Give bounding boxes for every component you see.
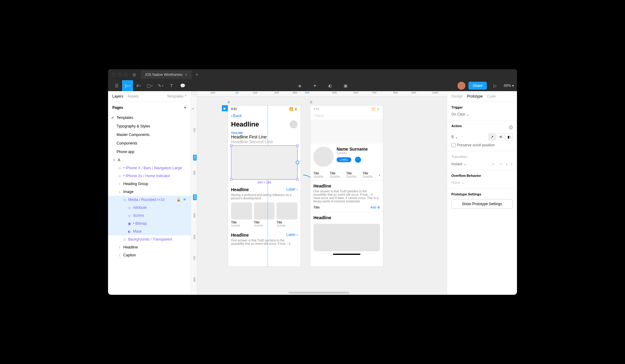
selection-handle[interactable] <box>230 145 232 147</box>
card[interactable]: TitleSubtitle <box>254 202 275 227</box>
close-tab-icon[interactable]: × <box>185 72 187 77</box>
text-tool[interactable]: T <box>166 80 177 91</box>
group-icon: ⁞ <box>118 182 121 186</box>
chevron-right-icon[interactable]: › <box>379 173 380 177</box>
prototype-settings-section: Prototype Settings Show Prototype Settin… <box>447 189 517 212</box>
present-icon[interactable]: ▷ <box>490 80 501 91</box>
info-icon[interactable]: ⓘ <box>509 125 513 130</box>
maximize-dot[interactable] <box>124 73 128 77</box>
add-page-button[interactable]: + <box>184 105 186 110</box>
navigate-icon[interactable]: ↗ <box>488 133 496 141</box>
canvas[interactable]: -100 16 100 200 300 359 500 600 700 800 … <box>191 91 447 295</box>
close-dot[interactable] <box>112 73 115 77</box>
profile-name: Name Surname <box>337 147 368 152</box>
card[interactable]: TitleSubtitle <box>276 202 298 227</box>
layer-item[interactable]: ⁞Image <box>108 188 191 196</box>
boolean-icon[interactable]: ▣ <box>340 80 351 91</box>
overlay-icon[interactable]: ◧ <box>505 133 513 141</box>
prototype-play-icon[interactable]: ▶ <box>222 105 228 111</box>
diamond-icon: ◇ <box>128 214 131 218</box>
layer-item[interactable]: ⁞Headline <box>108 243 191 251</box>
layer-frame[interactable]: #A <box>108 156 191 164</box>
label-link[interactable]: Label › <box>286 187 298 192</box>
shape-tool[interactable]: ▢▾ <box>144 80 155 91</box>
component-icon[interactable]: ✦ <box>309 80 320 91</box>
layer-item[interactable]: ◇Backgrounds / Transparent <box>108 235 191 243</box>
preserve-scroll-checkbox[interactable]: Preserve scroll position <box>451 143 513 147</box>
toolbar-right: Share ▷ 69% ▾ <box>457 80 514 91</box>
file-tab[interactable]: iOS Native Wireframes × <box>141 70 192 79</box>
swap-icon[interactable]: ⟲ <box>497 133 504 141</box>
move-tool[interactable]: ▷▾ <box>122 80 133 91</box>
layer-item[interactable]: ◇• iPhone X / Bars / Navigation Large <box>108 164 191 172</box>
tab-code[interactable]: Code <box>487 94 496 98</box>
label-pill[interactable]: LABEL <box>337 157 351 162</box>
layer-item-selected[interactable]: ◇Media / Rounded r=10🔓👁 <box>108 196 191 204</box>
transition-value[interactable]: Instant ⌄ <box>451 162 467 166</box>
frame-a[interactable]: ▶ 9:41📶 🔋 ‹Back Headline TAGLINE Headlin… <box>228 105 301 267</box>
status-bar: 9:41📶 🔋 <box>310 105 383 112</box>
layer-item[interactable]: ◇Attribute <box>108 204 191 212</box>
user-avatar[interactable] <box>457 82 465 90</box>
overflow-value[interactable]: None ⌄ <box>451 180 513 185</box>
frame-label[interactable]: B <box>310 100 383 104</box>
mask-icon[interactable]: ◐ <box>325 80 336 91</box>
arrow-right-icon[interactable]: → <box>499 162 503 166</box>
selection-box[interactable] <box>231 145 298 180</box>
layer-item[interactable]: ▣• Bitmap <box>108 219 191 227</box>
back-link[interactable]: ‹Back <box>231 113 298 118</box>
action-value[interactable]: B ⌄ <box>451 135 458 139</box>
section-headline: Headline <box>231 233 249 237</box>
page-item[interactable]: Components <box>108 139 191 148</box>
menu-icon[interactable]: ☰ <box>111 80 122 91</box>
mask-icon: ◐ <box>128 230 131 234</box>
tab-prototype[interactable]: Prototype <box>467 94 482 98</box>
selection-handle[interactable] <box>230 178 232 180</box>
pen-tool[interactable]: ✎▾ <box>155 80 166 91</box>
arrow-down-icon[interactable]: ↓ <box>506 162 508 166</box>
tab-design[interactable]: Design <box>451 94 463 98</box>
share-button[interactable]: Share <box>468 82 487 90</box>
diamond-icon: ◇ <box>123 237 126 241</box>
layer-item[interactable]: ⁞Caption <box>108 251 191 259</box>
section-body: One answer is that Truth pertains to the… <box>310 190 383 203</box>
frame-b[interactable]: 9:41📶 🔋 ‹Back Name Surname Subtitle <box>310 105 383 267</box>
home-icon[interactable]: ⊞ <box>132 72 136 77</box>
layer-item[interactable]: ◇Scrims <box>108 212 191 219</box>
selection-handle[interactable] <box>296 178 298 180</box>
comment-tool[interactable]: 💬 <box>177 80 188 91</box>
show-prototype-settings-button[interactable]: Show Prototype Settings <box>451 199 513 209</box>
card[interactable]: TitleSubtitle <box>231 202 252 227</box>
add-link[interactable]: Add ⊕ <box>370 205 380 209</box>
tab-layers[interactable]: Layers <box>112 94 123 98</box>
selection-handle[interactable] <box>296 145 298 147</box>
frame-tool[interactable]: #▾ <box>133 80 144 91</box>
left-panel: Layers Assets Templates ^ Pages + Templa… <box>108 91 191 295</box>
templates-dropdown[interactable]: Templates ^ <box>167 94 186 98</box>
minimize-dot[interactable] <box>118 73 121 77</box>
layer-item[interactable]: ◇• iPhone Xs / Home Indicator <box>108 172 191 180</box>
rotate-icon[interactable]: ◈ <box>294 80 305 91</box>
back-link[interactable]: ‹Back <box>313 113 380 118</box>
trigger-value[interactable]: On Click ⌄ <box>451 112 513 116</box>
page-item[interactable]: Master Components <box>108 130 191 139</box>
page-item[interactable]: Phone app <box>108 148 191 156</box>
layer-item[interactable]: ◐Mask <box>108 227 191 235</box>
arrow-up-icon[interactable]: ↑ <box>511 162 513 166</box>
page-item[interactable]: Templates <box>108 113 191 122</box>
label-link[interactable]: Label › <box>286 233 298 237</box>
eye-icon[interactable]: 👁 <box>183 198 186 202</box>
new-tab-button[interactable]: + <box>195 72 198 77</box>
page-item[interactable]: Typography & Styles <box>108 122 191 130</box>
image-placeholder <box>313 224 380 251</box>
arrow-left-icon[interactable]: ← <box>492 162 496 166</box>
connection-node[interactable] <box>296 161 299 164</box>
tab-assets[interactable]: Assets <box>128 94 139 98</box>
lock-icon[interactable]: 🔓 <box>176 198 181 202</box>
overflow-label: Overflow Behavior <box>451 174 513 177</box>
layer-item[interactable]: ⁞Heading Group <box>108 180 191 188</box>
horizontal-scrollbar[interactable] <box>288 292 349 294</box>
more-icon[interactable]: ⋯ <box>355 157 361 163</box>
zoom-level[interactable]: 69% ▾ <box>504 84 514 88</box>
frame-label[interactable]: A <box>228 100 301 104</box>
